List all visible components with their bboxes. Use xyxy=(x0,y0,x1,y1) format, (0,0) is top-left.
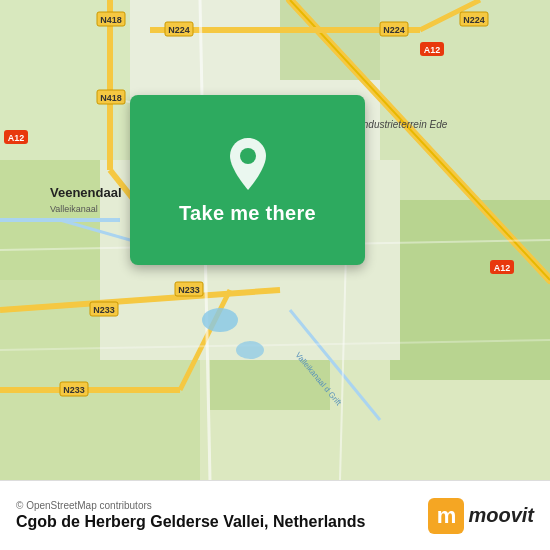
moovit-logo: m moovit xyxy=(428,498,534,534)
copyright-text: © OpenStreetMap contributors xyxy=(16,500,365,511)
moovit-m-icon: m xyxy=(428,498,464,534)
location-name: Cgob de Herberg Gelderse Vallei, Netherl… xyxy=(16,513,365,531)
bottom-bar: © OpenStreetMap contributors Cgob de Her… xyxy=(0,480,550,550)
svg-text:N224: N224 xyxy=(463,15,485,25)
svg-text:N224: N224 xyxy=(168,25,190,35)
location-pin-icon xyxy=(224,136,272,192)
svg-rect-7 xyxy=(390,200,550,380)
take-me-there-button[interactable]: Take me there xyxy=(179,202,316,225)
svg-text:N233: N233 xyxy=(63,385,85,395)
svg-text:A12: A12 xyxy=(494,263,511,273)
svg-text:N418: N418 xyxy=(100,15,122,25)
svg-text:N233: N233 xyxy=(178,285,200,295)
svg-text:N233: N233 xyxy=(93,305,115,315)
map-container: N418 N418 N224 N224 N224 A12 A12 A12 N23… xyxy=(0,0,550,480)
svg-text:A12: A12 xyxy=(8,133,25,143)
moovit-brand-text: moovit xyxy=(468,504,534,527)
svg-point-56 xyxy=(240,148,256,164)
svg-point-54 xyxy=(202,308,238,332)
svg-text:Veenendaal: Veenendaal xyxy=(50,185,122,200)
svg-text:N418: N418 xyxy=(100,93,122,103)
bottom-left: © OpenStreetMap contributors Cgob de Her… xyxy=(16,500,365,531)
svg-text:N224: N224 xyxy=(383,25,405,35)
svg-point-55 xyxy=(236,341,264,359)
popup-card[interactable]: Take me there xyxy=(130,95,365,265)
svg-text:Valleikanaal: Valleikanaal xyxy=(50,204,98,214)
svg-text:A12: A12 xyxy=(424,45,441,55)
svg-text:Industrieterrein Ede: Industrieterrein Ede xyxy=(360,119,448,130)
